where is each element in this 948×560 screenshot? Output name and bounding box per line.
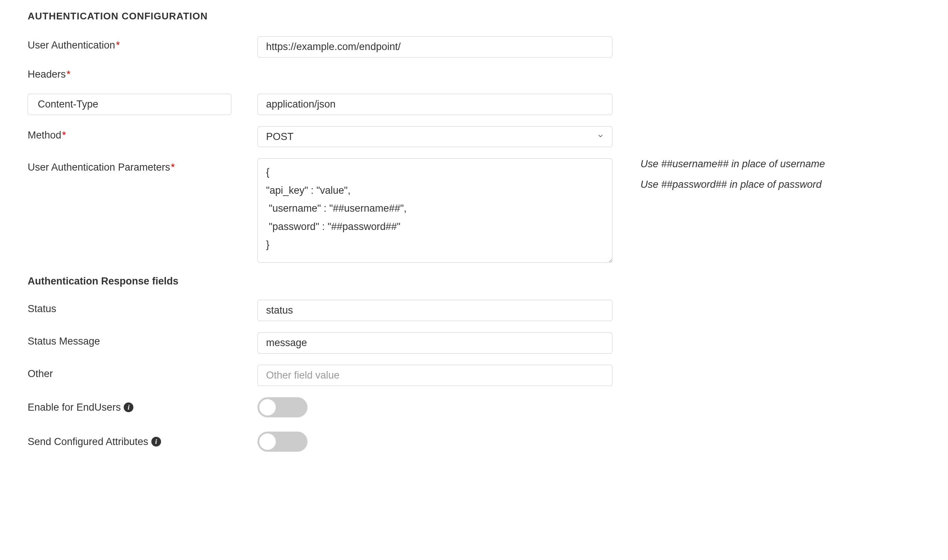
row-other: Other [28,365,920,386]
info-icon[interactable]: i [151,437,161,446]
label-other-text: Other [28,368,53,380]
hint-column: Use ##username## in place of username Us… [613,158,874,199]
row-user-auth-params: User Authentication Parameters* Use ##us… [28,158,920,264]
row-method: Method* POST [28,126,920,147]
header-value-input[interactable] [258,94,613,115]
hint-password: Use ##password## in place of password [641,179,874,191]
toggle-knob [259,399,276,415]
header-key-input[interactable] [28,94,231,115]
send-configured-attributes-toggle[interactable] [258,432,307,452]
label-method: Method* [28,126,258,141]
required-mark: * [171,162,175,173]
required-mark: * [66,69,71,80]
label-headers-text: Headers [28,69,66,80]
row-send-configured-attributes: Send Configured Attributesi [28,432,920,452]
row-headers [28,94,920,115]
section-title: AUTHENTICATION CONFIGURATION [28,11,920,22]
method-select[interactable]: POST [258,126,613,147]
label-method-text: Method [28,129,61,141]
label-status-message: Status Message [28,332,258,347]
status-input[interactable] [258,300,613,321]
required-mark: * [62,129,66,141]
toggle-knob [259,434,276,450]
row-status: Status [28,300,920,321]
user-authentication-input[interactable] [258,36,613,57]
label-status-message-text: Status Message [28,335,100,347]
label-status-text: Status [28,303,56,315]
label-user-authentication-text: User Authentication [28,40,115,51]
label-user-authentication: User Authentication* [28,36,258,51]
info-icon[interactable]: i [124,403,133,412]
required-mark: * [116,40,120,51]
row-status-message: Status Message [28,332,920,354]
label-enable-for-endusers: Enable for EndUsers i [28,402,258,413]
label-send-configured-attributes-text: Send Configured Attributes [28,436,148,448]
other-input[interactable] [258,365,613,386]
status-message-input[interactable] [258,332,613,354]
label-other: Other [28,365,258,380]
user-auth-params-textarea[interactable] [258,158,613,263]
label-user-auth-params-text: User Authentication Parameters [28,162,170,173]
subheading-auth-response-fields: Authentication Response fields [28,275,920,287]
row-user-authentication: User Authentication* [28,36,920,57]
enable-for-endusers-toggle[interactable] [258,397,307,417]
label-enable-for-endusers-text: Enable for EndUsers [28,402,121,413]
row-enable-for-endusers: Enable for EndUsers i [28,397,920,417]
label-status: Status [28,300,258,315]
label-headers: Headers* [28,69,920,80]
label-user-auth-params: User Authentication Parameters* [28,158,258,173]
label-send-configured-attributes: Send Configured Attributesi [28,436,258,448]
hint-username: Use ##username## in place of username [641,158,874,170]
